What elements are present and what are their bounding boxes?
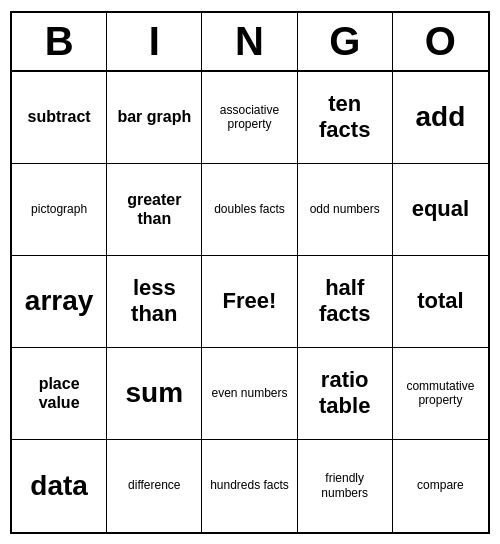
bingo-cell: total bbox=[393, 256, 488, 348]
cell-text: commutative property bbox=[397, 379, 484, 408]
bingo-cell: friendly numbers bbox=[298, 440, 393, 532]
bingo-cell: add bbox=[393, 72, 488, 164]
bingo-card: BINGO subtractbar graphassociative prope… bbox=[10, 11, 490, 534]
cell-text: odd numbers bbox=[310, 202, 380, 216]
cell-text: bar graph bbox=[117, 107, 191, 126]
bingo-cell: odd numbers bbox=[298, 164, 393, 256]
cell-text: hundreds facts bbox=[210, 478, 289, 492]
cell-text: ten facts bbox=[302, 91, 388, 144]
bingo-cell: equal bbox=[393, 164, 488, 256]
cell-text: sum bbox=[126, 376, 184, 410]
bingo-cell: greater than bbox=[107, 164, 202, 256]
header-letter: I bbox=[107, 13, 202, 70]
cell-text: subtract bbox=[28, 107, 91, 126]
cell-text: equal bbox=[412, 196, 469, 222]
bingo-cell: ten facts bbox=[298, 72, 393, 164]
header-letter: O bbox=[393, 13, 488, 70]
bingo-cell: less than bbox=[107, 256, 202, 348]
bingo-cell: sum bbox=[107, 348, 202, 440]
bingo-cell: bar graph bbox=[107, 72, 202, 164]
bingo-cell: ratio table bbox=[298, 348, 393, 440]
cell-text: data bbox=[30, 469, 88, 503]
cell-text: associative property bbox=[206, 103, 292, 132]
bingo-cell: data bbox=[12, 440, 107, 532]
bingo-cell: half facts bbox=[298, 256, 393, 348]
bingo-cell: associative property bbox=[202, 72, 297, 164]
bingo-cell: subtract bbox=[12, 72, 107, 164]
cell-text: compare bbox=[417, 478, 464, 492]
cell-text: doubles facts bbox=[214, 202, 285, 216]
bingo-cell: hundreds facts bbox=[202, 440, 297, 532]
bingo-cell: commutative property bbox=[393, 348, 488, 440]
cell-text: greater than bbox=[111, 190, 197, 228]
cell-text: even numbers bbox=[211, 386, 287, 400]
cell-text: array bbox=[25, 284, 94, 318]
bingo-cell: difference bbox=[107, 440, 202, 532]
cell-text: place value bbox=[16, 374, 102, 412]
bingo-cell: Free! bbox=[202, 256, 297, 348]
header-letter: N bbox=[202, 13, 297, 70]
bingo-cell: pictograph bbox=[12, 164, 107, 256]
cell-text: friendly numbers bbox=[302, 471, 388, 500]
cell-text: total bbox=[417, 288, 463, 314]
bingo-cell: place value bbox=[12, 348, 107, 440]
header-letter: B bbox=[12, 13, 107, 70]
cell-text: ratio table bbox=[302, 367, 388, 420]
bingo-header: BINGO bbox=[12, 13, 488, 72]
header-letter: G bbox=[298, 13, 393, 70]
cell-text: less than bbox=[111, 275, 197, 328]
cell-text: half facts bbox=[302, 275, 388, 328]
bingo-cell: even numbers bbox=[202, 348, 297, 440]
bingo-grid: subtractbar graphassociative propertyten… bbox=[12, 72, 488, 532]
cell-text: add bbox=[416, 100, 466, 134]
bingo-cell: array bbox=[12, 256, 107, 348]
cell-text: difference bbox=[128, 478, 180, 492]
cell-text: pictograph bbox=[31, 202, 87, 216]
bingo-cell: doubles facts bbox=[202, 164, 297, 256]
bingo-cell: compare bbox=[393, 440, 488, 532]
cell-text: Free! bbox=[223, 288, 277, 314]
